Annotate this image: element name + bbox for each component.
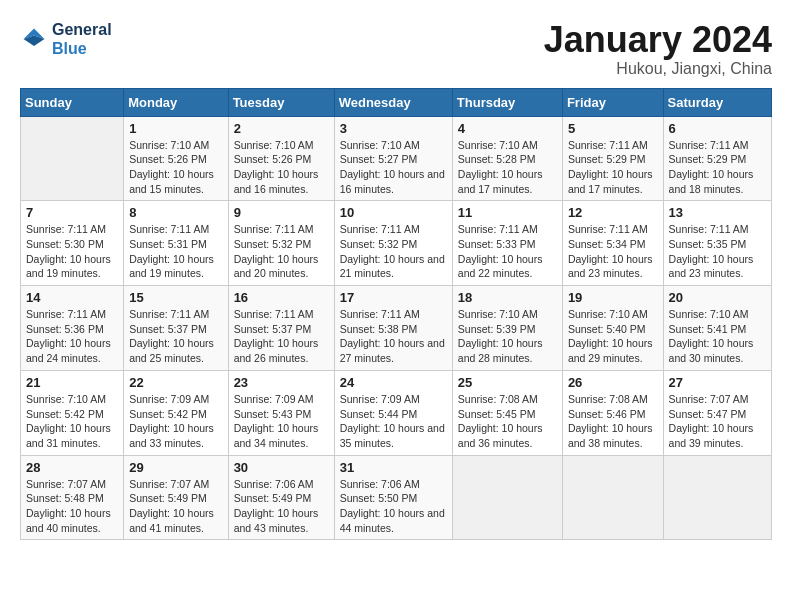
weekday-header-friday: Friday	[562, 88, 663, 116]
calendar-cell: 15Sunrise: 7:11 AMSunset: 5:37 PMDayligh…	[124, 286, 228, 371]
day-number: 11	[458, 205, 557, 220]
day-info: Sunrise: 7:10 AMSunset: 5:26 PMDaylight:…	[129, 138, 222, 197]
calendar-cell: 25Sunrise: 7:08 AMSunset: 5:45 PMDayligh…	[452, 370, 562, 455]
day-info: Sunrise: 7:10 AMSunset: 5:40 PMDaylight:…	[568, 307, 658, 366]
day-info: Sunrise: 7:11 AMSunset: 5:32 PMDaylight:…	[340, 222, 447, 281]
calendar-table: SundayMondayTuesdayWednesdayThursdayFrid…	[20, 88, 772, 541]
day-info: Sunrise: 7:10 AMSunset: 5:41 PMDaylight:…	[669, 307, 766, 366]
calendar-cell	[562, 455, 663, 540]
calendar-cell: 9Sunrise: 7:11 AMSunset: 5:32 PMDaylight…	[228, 201, 334, 286]
calendar-cell: 16Sunrise: 7:11 AMSunset: 5:37 PMDayligh…	[228, 286, 334, 371]
weekday-header-wednesday: Wednesday	[334, 88, 452, 116]
calendar-cell: 26Sunrise: 7:08 AMSunset: 5:46 PMDayligh…	[562, 370, 663, 455]
calendar-cell: 3Sunrise: 7:10 AMSunset: 5:27 PMDaylight…	[334, 116, 452, 201]
calendar-cell: 27Sunrise: 7:07 AMSunset: 5:47 PMDayligh…	[663, 370, 771, 455]
week-row-2: 7Sunrise: 7:11 AMSunset: 5:30 PMDaylight…	[21, 201, 772, 286]
day-number: 26	[568, 375, 658, 390]
calendar-cell: 22Sunrise: 7:09 AMSunset: 5:42 PMDayligh…	[124, 370, 228, 455]
day-info: Sunrise: 7:11 AMSunset: 5:29 PMDaylight:…	[568, 138, 658, 197]
day-number: 10	[340, 205, 447, 220]
calendar-cell: 23Sunrise: 7:09 AMSunset: 5:43 PMDayligh…	[228, 370, 334, 455]
week-row-3: 14Sunrise: 7:11 AMSunset: 5:36 PMDayligh…	[21, 286, 772, 371]
day-info: Sunrise: 7:09 AMSunset: 5:43 PMDaylight:…	[234, 392, 329, 451]
calendar-cell: 30Sunrise: 7:06 AMSunset: 5:49 PMDayligh…	[228, 455, 334, 540]
day-info: Sunrise: 7:09 AMSunset: 5:42 PMDaylight:…	[129, 392, 222, 451]
logo-icon	[20, 25, 48, 53]
day-number: 4	[458, 121, 557, 136]
weekday-header-tuesday: Tuesday	[228, 88, 334, 116]
day-info: Sunrise: 7:07 AMSunset: 5:47 PMDaylight:…	[669, 392, 766, 451]
day-number: 31	[340, 460, 447, 475]
calendar-cell: 17Sunrise: 7:11 AMSunset: 5:38 PMDayligh…	[334, 286, 452, 371]
day-info: Sunrise: 7:11 AMSunset: 5:38 PMDaylight:…	[340, 307, 447, 366]
day-info: Sunrise: 7:11 AMSunset: 5:30 PMDaylight:…	[26, 222, 118, 281]
day-info: Sunrise: 7:08 AMSunset: 5:46 PMDaylight:…	[568, 392, 658, 451]
logo-text-line2: Blue	[52, 39, 112, 58]
day-info: Sunrise: 7:06 AMSunset: 5:50 PMDaylight:…	[340, 477, 447, 536]
day-number: 8	[129, 205, 222, 220]
calendar-cell	[663, 455, 771, 540]
day-number: 2	[234, 121, 329, 136]
calendar-cell: 31Sunrise: 7:06 AMSunset: 5:50 PMDayligh…	[334, 455, 452, 540]
day-info: Sunrise: 7:06 AMSunset: 5:49 PMDaylight:…	[234, 477, 329, 536]
day-info: Sunrise: 7:10 AMSunset: 5:28 PMDaylight:…	[458, 138, 557, 197]
calendar-cell: 14Sunrise: 7:11 AMSunset: 5:36 PMDayligh…	[21, 286, 124, 371]
calendar-cell	[452, 455, 562, 540]
day-number: 28	[26, 460, 118, 475]
calendar-cell: 10Sunrise: 7:11 AMSunset: 5:32 PMDayligh…	[334, 201, 452, 286]
day-number: 14	[26, 290, 118, 305]
day-number: 9	[234, 205, 329, 220]
day-info: Sunrise: 7:08 AMSunset: 5:45 PMDaylight:…	[458, 392, 557, 451]
calendar-cell	[21, 116, 124, 201]
day-info: Sunrise: 7:07 AMSunset: 5:49 PMDaylight:…	[129, 477, 222, 536]
day-info: Sunrise: 7:11 AMSunset: 5:32 PMDaylight:…	[234, 222, 329, 281]
day-number: 27	[669, 375, 766, 390]
calendar-cell: 4Sunrise: 7:10 AMSunset: 5:28 PMDaylight…	[452, 116, 562, 201]
week-row-1: 1Sunrise: 7:10 AMSunset: 5:26 PMDaylight…	[21, 116, 772, 201]
day-number: 13	[669, 205, 766, 220]
calendar-cell: 12Sunrise: 7:11 AMSunset: 5:34 PMDayligh…	[562, 201, 663, 286]
day-number: 19	[568, 290, 658, 305]
day-number: 16	[234, 290, 329, 305]
day-info: Sunrise: 7:11 AMSunset: 5:29 PMDaylight:…	[669, 138, 766, 197]
calendar-cell: 2Sunrise: 7:10 AMSunset: 5:26 PMDaylight…	[228, 116, 334, 201]
calendar-cell: 28Sunrise: 7:07 AMSunset: 5:48 PMDayligh…	[21, 455, 124, 540]
calendar-cell: 20Sunrise: 7:10 AMSunset: 5:41 PMDayligh…	[663, 286, 771, 371]
day-number: 25	[458, 375, 557, 390]
calendar-cell: 29Sunrise: 7:07 AMSunset: 5:49 PMDayligh…	[124, 455, 228, 540]
month-title: January 2024	[544, 20, 772, 60]
weekday-header-sunday: Sunday	[21, 88, 124, 116]
day-info: Sunrise: 7:11 AMSunset: 5:31 PMDaylight:…	[129, 222, 222, 281]
day-number: 15	[129, 290, 222, 305]
calendar-cell: 11Sunrise: 7:11 AMSunset: 5:33 PMDayligh…	[452, 201, 562, 286]
week-row-4: 21Sunrise: 7:10 AMSunset: 5:42 PMDayligh…	[21, 370, 772, 455]
location-subtitle: Hukou, Jiangxi, China	[544, 60, 772, 78]
day-number: 18	[458, 290, 557, 305]
day-number: 30	[234, 460, 329, 475]
day-number: 23	[234, 375, 329, 390]
page-header: General Blue January 2024 Hukou, Jiangxi…	[20, 20, 772, 78]
calendar-cell: 6Sunrise: 7:11 AMSunset: 5:29 PMDaylight…	[663, 116, 771, 201]
week-row-5: 28Sunrise: 7:07 AMSunset: 5:48 PMDayligh…	[21, 455, 772, 540]
day-number: 22	[129, 375, 222, 390]
calendar-cell: 24Sunrise: 7:09 AMSunset: 5:44 PMDayligh…	[334, 370, 452, 455]
calendar-cell: 18Sunrise: 7:10 AMSunset: 5:39 PMDayligh…	[452, 286, 562, 371]
day-info: Sunrise: 7:11 AMSunset: 5:36 PMDaylight:…	[26, 307, 118, 366]
day-info: Sunrise: 7:11 AMSunset: 5:35 PMDaylight:…	[669, 222, 766, 281]
weekday-header-thursday: Thursday	[452, 88, 562, 116]
weekday-header-monday: Monday	[124, 88, 228, 116]
calendar-cell: 7Sunrise: 7:11 AMSunset: 5:30 PMDaylight…	[21, 201, 124, 286]
day-number: 5	[568, 121, 658, 136]
calendar-cell: 21Sunrise: 7:10 AMSunset: 5:42 PMDayligh…	[21, 370, 124, 455]
weekday-header-row: SundayMondayTuesdayWednesdayThursdayFrid…	[21, 88, 772, 116]
calendar-cell: 1Sunrise: 7:10 AMSunset: 5:26 PMDaylight…	[124, 116, 228, 201]
day-info: Sunrise: 7:10 AMSunset: 5:26 PMDaylight:…	[234, 138, 329, 197]
day-number: 17	[340, 290, 447, 305]
day-info: Sunrise: 7:11 AMSunset: 5:33 PMDaylight:…	[458, 222, 557, 281]
calendar-cell: 5Sunrise: 7:11 AMSunset: 5:29 PMDaylight…	[562, 116, 663, 201]
day-info: Sunrise: 7:07 AMSunset: 5:48 PMDaylight:…	[26, 477, 118, 536]
day-info: Sunrise: 7:11 AMSunset: 5:34 PMDaylight:…	[568, 222, 658, 281]
day-number: 3	[340, 121, 447, 136]
day-info: Sunrise: 7:10 AMSunset: 5:42 PMDaylight:…	[26, 392, 118, 451]
day-info: Sunrise: 7:10 AMSunset: 5:27 PMDaylight:…	[340, 138, 447, 197]
